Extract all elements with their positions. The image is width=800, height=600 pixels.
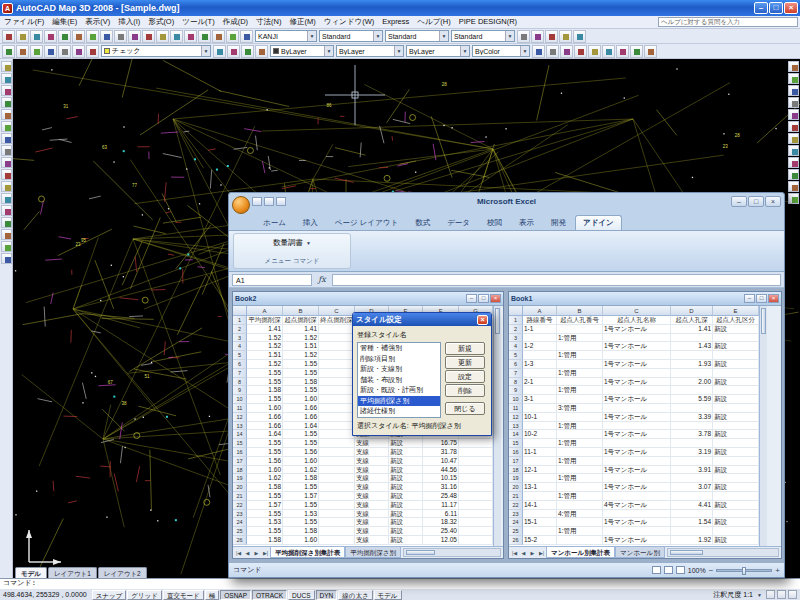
cell[interactable] [319, 369, 355, 378]
cell[interactable]: 新設 [389, 527, 423, 536]
toolbar-icon[interactable] [788, 145, 799, 156]
cell[interactable] [713, 439, 759, 448]
ribbon-tab-6[interactable]: 表示 [511, 215, 542, 230]
cell[interactable]: 1号マンホール [603, 360, 671, 369]
cell[interactable] [713, 351, 759, 360]
cell[interactable]: 1.60 [283, 457, 319, 466]
menu-item-6[interactable]: 作成(D) [219, 17, 252, 27]
cell[interactable]: 1.57 [247, 501, 283, 510]
cell[interactable] [557, 395, 603, 404]
cell[interactable]: 新設 [389, 439, 423, 448]
cell[interactable]: 支線 [355, 483, 389, 492]
row-header[interactable]: 16 [509, 448, 523, 457]
cell[interactable]: 1.55 [283, 483, 319, 492]
cell[interactable]: 支線 [355, 501, 389, 510]
cell[interactable] [603, 351, 671, 360]
menu-item-11[interactable]: ヘルプ(H) [413, 17, 454, 27]
column-header[interactable]: A [247, 306, 283, 316]
cell[interactable]: 1.55 [283, 369, 319, 378]
cell[interactable]: 新設 [713, 501, 759, 510]
ribbon-tab-0[interactable]: ホーム [255, 215, 294, 230]
row-header[interactable]: 17 [509, 457, 523, 466]
cell[interactable]: 1.41 [283, 325, 319, 334]
toolbar-icon[interactable] [240, 30, 253, 43]
toolbar-icon[interactable] [227, 45, 240, 58]
cell[interactable] [557, 342, 603, 351]
cell[interactable]: 1:管用 [557, 457, 603, 466]
menu-item-7[interactable]: 寸法(N) [252, 17, 285, 27]
cell[interactable]: 1:管用 [557, 422, 603, 431]
column-header[interactable]: C [319, 306, 355, 316]
cell[interactable]: 1.66 [247, 413, 283, 422]
command-line[interactable]: コマンド: [0, 578, 800, 588]
cell[interactable]: 1:管用 [557, 386, 603, 395]
cell[interactable] [603, 422, 671, 431]
cell[interactable]: 1-1 [523, 325, 557, 334]
style-list-item-2[interactable]: 新設・支線別 [358, 364, 440, 375]
toolbar-icon[interactable] [1, 85, 12, 96]
cell[interactable]: 1.58 [247, 536, 283, 545]
style-list-item-4[interactable]: 新設・既設・計画別 [358, 385, 440, 396]
row-header[interactable]: 26 [233, 536, 247, 545]
row-header[interactable]: 1 [233, 316, 247, 325]
vertical-scrollbar[interactable] [493, 306, 501, 546]
cell[interactable] [713, 334, 759, 343]
cell[interactable]: 1.62 [247, 474, 283, 483]
row-header[interactable]: 5 [233, 351, 247, 360]
cell[interactable] [319, 439, 355, 448]
toolbar-icon[interactable] [128, 30, 141, 43]
toolbar-icon[interactable] [255, 45, 268, 58]
cell[interactable] [523, 369, 557, 378]
cell[interactable]: 11.17 [423, 501, 459, 510]
cell[interactable]: 10.15 [423, 474, 459, 483]
status-toggle-9[interactable]: モデル [374, 590, 402, 600]
toolbar-icon[interactable] [1, 253, 12, 264]
close-button[interactable]: × [784, 2, 798, 14]
ribbon-tab-2[interactable]: ページ レイアウト [327, 215, 406, 230]
style-list[interactable]: 管種・補強別削除項目別新設・支線別舗装・布設別新設・既設・計画別平均掘削深さ別諸… [357, 342, 441, 418]
toolbar-icon[interactable] [1, 157, 12, 168]
cell[interactable] [459, 474, 493, 483]
cell[interactable]: 1.66 [283, 413, 319, 422]
cell[interactable]: 6.11 [423, 510, 459, 519]
cell[interactable] [319, 510, 355, 519]
toolbar-icon[interactable] [100, 30, 113, 43]
chevron-down-icon[interactable]: ▼ [755, 590, 764, 600]
cell[interactable]: 1:管用 [557, 527, 603, 536]
cell[interactable] [523, 334, 557, 343]
toolbar-icon[interactable] [184, 30, 197, 43]
zoom-level[interactable]: 100% [688, 567, 706, 574]
cell[interactable]: 支線 [355, 536, 389, 545]
cell[interactable]: 1.55 [247, 527, 283, 536]
dialog-close-button[interactable]: 閉じる [445, 402, 485, 415]
ribbon-tab-1[interactable]: 挿入 [295, 215, 326, 230]
zoom-slider-thumb[interactable] [742, 567, 746, 575]
horizontal-scrollbar[interactable] [403, 548, 501, 557]
maximize-button[interactable]: □ [769, 2, 783, 14]
cell[interactable]: 起点人孔深 [671, 316, 713, 325]
column-header[interactable]: E [713, 306, 759, 316]
cell[interactable]: 1号マンホール [603, 325, 671, 334]
cell[interactable]: 支線 [355, 439, 389, 448]
cell[interactable]: 1.52 [283, 351, 319, 360]
cell[interactable]: 4.41 [671, 501, 713, 510]
cell[interactable]: 1.62 [283, 466, 319, 475]
row-header[interactable]: 23 [233, 510, 247, 519]
toolbar-icon[interactable] [545, 30, 558, 43]
cell[interactable]: 支線 [355, 466, 389, 475]
row-header[interactable]: 7 [233, 369, 247, 378]
cell[interactable]: 支線 [355, 474, 389, 483]
toolbar-icon[interactable] [1, 109, 12, 120]
cell[interactable] [319, 378, 355, 387]
cell[interactable]: 1:管用 [557, 492, 603, 501]
toolbar-icon[interactable] [2, 30, 15, 43]
menu-item-4[interactable]: 形式(O) [144, 17, 178, 27]
menu-item-9[interactable]: ウィンドウ(W) [320, 17, 378, 27]
toolbar-icon[interactable] [1, 205, 12, 216]
row-header[interactable]: 24 [233, 518, 247, 527]
row-header[interactable]: 15 [233, 439, 247, 448]
cell[interactable]: 新設 [389, 448, 423, 457]
cell[interactable] [671, 527, 713, 536]
row-header[interactable]: 21 [509, 492, 523, 501]
cell[interactable] [603, 527, 671, 536]
